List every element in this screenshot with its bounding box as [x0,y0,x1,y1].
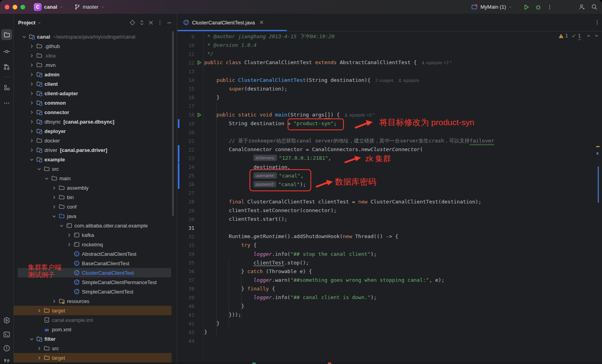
tree-expander-icon[interactable] [51,298,57,304]
collapse-all-icon[interactable] [148,20,153,25]
code-line-16[interactable]: 16 } [177,93,602,102]
code-line-34[interactable]: 34 logger.info("## stop the canal client… [177,250,602,259]
maximize-window-button[interactable] [20,5,25,9]
run-configuration-selector[interactable]: MyMain (1) [469,2,515,13]
next-problem-icon[interactable] [594,33,599,38]
tree-item-connector[interactable]: connector [14,107,177,117]
code-line-17[interactable]: 17 [177,102,602,111]
code-line-40[interactable]: 40 } [177,302,602,310]
tree-item-src[interactable]: src [14,344,177,353]
tree-expander-icon[interactable] [28,100,35,106]
tree-scrollbar[interactable] [172,31,174,216]
code-line-22[interactable]: 22 CanalConnector connector = CanalConne… [177,145,602,154]
tree-expander-icon[interactable] [51,194,57,200]
code-line-39[interactable]: 39 logger.info("## canal client is down.… [177,293,602,302]
more-actions-button[interactable] [544,2,555,13]
tree-item-.github[interactable]: .github [14,41,177,51]
project-view-selector[interactable]: Project [18,20,41,26]
code-line-36[interactable]: 36 } catch (Throwable e) { [177,267,602,276]
code-line-35[interactable]: 35 clientTest.stop(); [177,259,602,267]
tree-item-docker[interactable]: docker [14,136,177,145]
tree-expander-icon[interactable] [28,147,35,153]
tree-expander-icon[interactable] [58,222,65,229]
code-line-26[interactable]: 26 password:"canal"); [177,180,602,189]
tree-item-deployer[interactable]: deployer [14,126,177,136]
code-line-25[interactable]: 25 username:"canal", [177,172,602,180]
tree-item-client[interactable]: client [14,79,177,89]
code-line-27[interactable]: 27 [177,189,602,198]
tree-expander-icon[interactable] [28,90,35,96]
minimize-window-button[interactable] [13,5,17,9]
window-controls[interactable] [5,5,25,9]
tab-options-icon[interactable] [595,19,600,27]
close-tab-icon[interactable]: ✕ [259,19,264,26]
code-line-41[interactable]: 41 })); [177,310,602,319]
tree-item-resources[interactable]: resources [14,296,177,306]
tree-item-canal[interactable]: canal~/workspace/java/mycodingart/canal [14,32,177,41]
code-line-12[interactable]: 12public class ClusterCanalClientTest ex… [177,58,602,67]
tree-item-example[interactable]: example [14,155,177,164]
code-line-43[interactable]: 43} [177,328,602,336]
tool-project-button[interactable] [1,29,12,40]
tree-item-com.alibaba.otter.canal.example[interactable]: com.alibaba.otter.canal.example [14,221,177,230]
tree-item-filter[interactable]: filter [14,334,177,344]
code-line-11[interactable]: 11 */ [177,50,602,58]
code-with-me-button[interactable] [576,2,588,13]
locate-file-icon[interactable] [129,20,135,26]
code-line-13[interactable]: 13 [177,67,602,76]
code-area[interactable]: 9 * @author jianghang 2013-4-15 下午04:19:… [177,31,602,362]
code-line-10[interactable]: 10 * @version 1.0.4 [177,41,602,50]
code-line-31[interactable]: 31 [177,224,602,232]
code-line-21[interactable]: 21 // 基于zookeeper动态获取canal server的地址，建立链… [177,137,602,145]
tree-item-.mvn[interactable]: .mvn [14,60,177,70]
tree-expander-icon[interactable] [28,52,35,59]
tool-structure-button[interactable] [1,82,12,93]
tool-services-button[interactable] [1,315,12,326]
project-switcher[interactable]: C canal [34,3,63,11]
tree-item-driver[interactable]: driver[canal.parse.driver] [14,145,177,155]
tree-expander-icon[interactable] [28,71,35,78]
prev-problem-icon[interactable] [586,33,591,38]
search-everywhere-button[interactable] [588,2,600,13]
tree-expander-icon[interactable] [51,213,57,219]
tree-expander-icon[interactable] [28,137,35,144]
git-branch-widget[interactable]: master [74,4,105,10]
tree-expander-icon[interactable] [36,355,42,361]
tree-item-SimpleCanalClientPermanceTest[interactable]: CSimpleCanalClientPermanceTest [14,277,177,287]
tree-item-java[interactable]: java [14,211,177,221]
tree-expander-icon[interactable] [28,128,35,134]
expand-collapse-icon[interactable] [139,20,144,26]
tree-expander-icon[interactable] [28,109,35,115]
run-gutter-icon[interactable] [197,60,202,67]
tree-expander-icon[interactable] [28,62,35,68]
tree-expander-icon[interactable] [28,336,35,342]
code-line-20[interactable]: 20 [177,128,602,137]
panel-options-icon[interactable] [157,20,163,26]
code-line-30[interactable]: 30 clientTest.start(); [177,215,602,224]
tree-expander-icon[interactable] [36,307,42,314]
run-button[interactable] [521,2,532,13]
tree-expander-icon[interactable] [28,156,35,163]
tree-item-AbstractCanalClientTest[interactable]: CAbstractCanalClientTest [14,249,177,259]
tree-item-SimpleCanalClientTest[interactable]: CSimpleCanalClientTest [14,287,177,296]
tree-expander-icon[interactable] [28,81,35,87]
inspections-widget[interactable]: 1 1 [558,33,599,39]
tree-expander-icon[interactable] [51,185,57,191]
tree-expander-icon[interactable] [66,241,72,248]
code-line-44[interactable]: 44 [177,337,602,346]
code-line-37[interactable]: 37 logger.warn("##something goes wrong w… [177,276,602,285]
tool-commit-button[interactable] [1,46,12,57]
tree-expander-icon[interactable] [51,203,57,210]
tree-item-dbsync[interactable]: dbsync[canal.parse.dbsync] [14,117,177,126]
tree-expander-icon[interactable] [36,166,42,172]
tree-item-conf[interactable]: conf [14,202,177,211]
code-line-29[interactable]: 29 clientTest.setConnector(connector); [177,206,602,215]
tree-item-bin[interactable]: bin [14,192,177,202]
tool-terminal-button[interactable] [1,329,12,340]
more-tool-windows-button[interactable] [1,98,12,109]
tree-item-client-adapter[interactable]: client-adapter [14,89,177,98]
tree-item-pom.xml[interactable]: mpom.xml [14,325,177,334]
close-window-button[interactable] [5,5,9,9]
tree-expander-icon[interactable] [43,175,50,181]
tree-item-assembly[interactable]: assembly [14,183,177,192]
